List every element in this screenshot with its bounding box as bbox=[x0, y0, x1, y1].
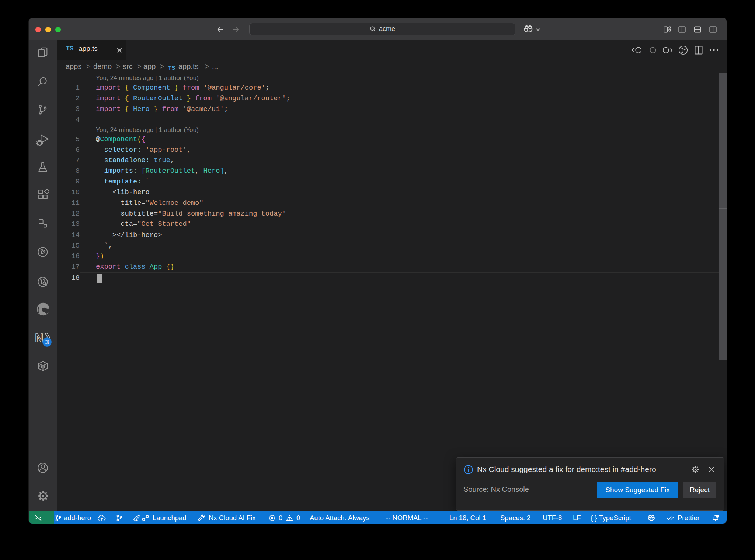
svg-text:3: 3 bbox=[45, 339, 49, 346]
svg-text:N: N bbox=[35, 332, 43, 344]
